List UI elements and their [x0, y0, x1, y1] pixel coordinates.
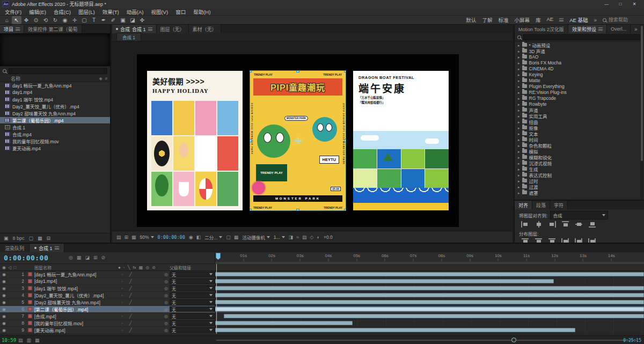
visibility-toggle[interactable]: ◉ — [0, 279, 18, 284]
label-color-chip[interactable] — [28, 272, 32, 276]
visibility-toggle[interactable]: ◉ — [0, 293, 18, 298]
parent-pickwhip-icon[interactable]: ◎ — [164, 328, 170, 333]
effect-category[interactable]: 模糊和锐化 — [515, 154, 644, 160]
quality-switch[interactable]: ╱ — [129, 328, 132, 333]
effect-category[interactable]: 过渡 — [515, 184, 644, 189]
menu-item[interactable]: 窗口 — [172, 8, 189, 16]
project-item[interactable]: 第二课（葡萄乐园）.mp4 — [0, 117, 110, 124]
timeline-layer-row[interactable]: ◉ 3 [day1 端午 饺饺.mp4] ◦ ╱ ◎ 无 — [0, 285, 644, 292]
layer-track[interactable] — [215, 320, 644, 326]
parent-dropdown[interactable]: 无 — [170, 306, 215, 312]
expand-arrow-icon[interactable] — [518, 160, 520, 166]
quality-switch[interactable]: ╱ — [129, 300, 132, 305]
tab-effects-presets[interactable]: 效果和预设 — [568, 25, 607, 33]
project-item[interactable]: Day2_薯天饺_薯儿（优秀）.mp4 — [0, 103, 110, 110]
tab-timeline-comp[interactable]: 合成 1 — [30, 244, 64, 252]
menu-item[interactable]: 视图(V) — [147, 8, 172, 16]
selection-handle[interactable] — [296, 71, 299, 72]
reset-exposure-icon[interactable]: ◐ — [317, 235, 320, 240]
shy-switch[interactable]: ◦ — [121, 272, 123, 277]
delete-item-icon[interactable]: ⊟ — [47, 236, 51, 241]
minimize-button[interactable]: — — [599, 2, 613, 6]
align-top-icon[interactable] — [561, 221, 569, 228]
clone-stamp-tool[interactable]: ▣ — [118, 16, 128, 24]
effect-category[interactable]: Plugin Everything — [515, 83, 644, 89]
selection-handle[interactable] — [250, 139, 252, 142]
effects-switch-icon[interactable]: fx — [133, 265, 136, 270]
panel-menu-icon[interactable] — [148, 27, 152, 31]
panel-menu-icon[interactable] — [598, 27, 603, 31]
video-switch-icon[interactable]: ● — [118, 265, 121, 270]
layer-name[interactable]: [我的童年回忆视频.mov] — [34, 320, 118, 326]
name-column-header[interactable]: 名称 — [11, 75, 20, 82]
effect-category[interactable]: BAO — [515, 54, 644, 60]
expand-arrow-icon[interactable] — [518, 143, 520, 148]
tab-composition[interactable]: 合成 合成 1 — [112, 25, 157, 33]
parent-link-column-header[interactable]: 父级和链接 — [170, 265, 215, 270]
layer-name-column-header[interactable]: 图层名称 — [34, 265, 118, 270]
project-item[interactable]: day1 端午 饺饺.mp4 — [0, 96, 110, 103]
layer-name[interactable]: [第二课（葡萄乐园）.mp4] — [34, 306, 118, 312]
expand-arrow-icon[interactable] — [518, 125, 520, 130]
project-bit-depth[interactable]: 8 bpc — [13, 236, 25, 241]
3d-switch-icon[interactable]: ⊘ — [152, 265, 156, 270]
poster-pipi-selected-layer[interactable]: TRENDY PLAY TRENDY PLAY PIPI童趣潮玩 DESIGN … — [250, 71, 346, 210]
interpret-footage-icon[interactable]: ▣ — [4, 236, 9, 241]
effect-category[interactable]: 杂色和颗粒 — [515, 142, 644, 148]
effect-category[interactable]: 沉浸式视频 — [515, 160, 644, 166]
tab-footage[interactable]: 素材（无） — [189, 25, 221, 33]
badge-column-icon[interactable]: ◈ — [99, 76, 102, 81]
align-tab[interactable]: 段落 — [532, 201, 550, 209]
shy-switch[interactable]: ◦ — [121, 279, 123, 284]
layer-track[interactable] — [215, 299, 644, 305]
zoom-tool[interactable]: ⊙ — [31, 16, 41, 24]
brush-tool[interactable]: ✐ — [108, 16, 118, 24]
project-item[interactable]: 我的童年回忆视频.mov — [0, 138, 110, 145]
selection-handle[interactable] — [344, 209, 346, 210]
expand-arrow-icon[interactable] — [518, 149, 520, 154]
visibility-toggle[interactable]: ◉ — [0, 307, 18, 312]
layer-name[interactable]: [day1 端午 饺饺.mp4] — [34, 285, 118, 291]
menu-item[interactable]: 动画(A) — [123, 8, 148, 16]
visibility-toggle[interactable]: ◉ — [0, 328, 18, 333]
effect-category[interactable]: 过时 — [515, 178, 644, 184]
tab-render-queue[interactable]: 渲染队列 — [0, 244, 30, 252]
fast-previews-icon[interactable]: ≈ — [296, 235, 299, 240]
timeline-layer-row[interactable]: ◉ 6 [第二课（葡萄乐园）.mp4] ◦ ╱ ◎ 无 — [0, 306, 644, 313]
effect-category[interactable]: Matte — [515, 77, 644, 83]
effect-category[interactable]: * 动画预设 — [515, 42, 644, 48]
layer-name[interactable]: [day1 畅玩一夏_九鱼Ann.mp4] — [34, 271, 118, 277]
expand-arrow-icon[interactable] — [518, 72, 520, 77]
quality-switch[interactable]: ╱ — [129, 314, 132, 319]
effect-category[interactable]: 模拟 — [515, 148, 644, 154]
layer-duration-bar[interactable] — [215, 307, 644, 311]
poster-happy-holiday[interactable]: 美好假期 >>>> HAPPY HOLIDAY — [147, 71, 243, 210]
shy-switch[interactable]: ◦ — [121, 321, 123, 326]
view-layout-icon[interactable]: ▤ — [116, 235, 121, 240]
effect-category[interactable]: 文本 — [515, 130, 644, 136]
workspace-tab[interactable]: 标准 — [498, 16, 508, 24]
parent-pickwhip-icon[interactable]: ◎ — [164, 300, 170, 305]
tab-effect-controls[interactable]: 效果控件 第二课（葡萄 — [24, 25, 82, 33]
quality-switch[interactable]: ╱ — [129, 321, 132, 326]
parent-dropdown[interactable]: 无 — [170, 292, 215, 298]
parent-pickwhip-icon[interactable]: ◎ — [164, 321, 170, 326]
effect-category[interactable]: Keying — [515, 71, 644, 77]
magnification-dropdown[interactable]: 50% — [140, 235, 154, 240]
pen-tool[interactable]: ✒ — [99, 16, 108, 24]
layer-name[interactable]: [Day2 甜味薯天饺 九鱼Ann.mp4] — [34, 299, 118, 305]
rotation-tool[interactable]: ↻ — [50, 16, 60, 24]
frame-blending-icon[interactable]: ⊞ — [93, 255, 98, 260]
parent-dropdown[interactable]: 无 — [170, 320, 215, 326]
parent-dropdown[interactable]: 无 — [170, 327, 215, 333]
region-of-interest-icon[interactable]: ▢ — [226, 235, 231, 240]
effect-category[interactable]: 抠像 — [515, 125, 644, 130]
effect-category[interactable]: Boris FX Mocha — [515, 60, 644, 65]
parent-dropdown[interactable]: 无 — [170, 299, 215, 305]
layer-name[interactable]: [day1.mp4] — [34, 279, 118, 284]
comp-marker-icon[interactable]: ▦ — [35, 338, 40, 343]
parent-dropdown[interactable]: 无 — [170, 286, 215, 291]
selection-handle[interactable] — [250, 209, 252, 210]
layer-duration-bar[interactable] — [215, 300, 644, 304]
expand-arrow-icon[interactable] — [518, 119, 520, 125]
